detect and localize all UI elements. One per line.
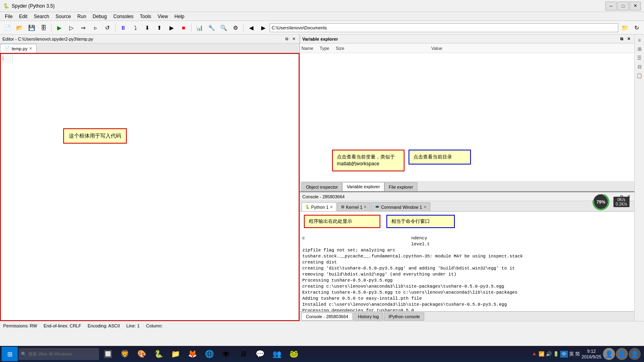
editor-undock[interactable]: ⧉ — [284, 36, 290, 42]
cbtab-console[interactable]: Console - 285803664 — [301, 313, 353, 321]
menu-consoles[interactable]: Consoles — [110, 13, 136, 20]
tab-close-button[interactable]: ✕ — [29, 46, 32, 51]
side-icon-2[interactable]: ⊞ — [636, 45, 644, 53]
tab-file-explorer-label: File explorer — [389, 185, 413, 189]
editor-panel: Editor - C:\Users\lenovo\.spyder2-py3\te… — [0, 35, 300, 321]
refresh-button[interactable]: ↻ — [631, 23, 642, 33]
tab-variable-explorer[interactable]: Variable explorer — [342, 182, 384, 191]
taskbar-app-desktop[interactable]: 🔲 — [100, 347, 116, 361]
re-run-button[interactable]: ↺ — [102, 23, 113, 33]
run-button[interactable]: ▶ — [54, 23, 65, 33]
step-button[interactable]: ⤵ — [130, 23, 141, 33]
tools-btn2[interactable]: 🔧 — [206, 23, 217, 33]
maximize-button[interactable]: □ — [617, 2, 629, 10]
col-name: Name — [301, 46, 313, 51]
avatar-2: 👤 — [616, 348, 628, 360]
step-in-button[interactable]: ⬇ — [142, 23, 153, 33]
taskbar-app-frog[interactable]: 🐸 — [286, 347, 302, 361]
taskbar-app-folder[interactable]: 📁 — [167, 347, 184, 361]
profile-button[interactable]: 📊 — [194, 23, 205, 33]
console-tab-python1[interactable]: 🐍 Python 1 ✕ — [301, 202, 336, 211]
right-panel: Variable explorer ⧉ ✕ Name Type Size Val… — [300, 35, 634, 321]
var-explorer-close[interactable]: ✕ — [625, 36, 632, 42]
variable-explorer-content: 点击查看当前变量，类似于matlab的workspace 点击查看当前目录 — [300, 53, 634, 181]
run-selection[interactable]: ▹ — [90, 23, 101, 33]
menu-help[interactable]: Help — [171, 13, 188, 20]
cmdwin-close[interactable]: ✕ — [423, 205, 427, 209]
run-cell-advance[interactable]: ⇒ — [78, 23, 89, 33]
back-button[interactable]: ◀ — [246, 23, 257, 33]
save-button[interactable]: 💾 — [26, 23, 37, 33]
variable-explorer-header: Variable explorer ⧉ ✕ — [300, 35, 634, 43]
taskbar-search-container: 🔍 — [19, 348, 99, 360]
taskbar-app-lion[interactable]: 🦁 — [117, 347, 133, 361]
col-type: Type — [320, 46, 329, 51]
taskbar-app-paint[interactable]: 🎨 — [134, 347, 150, 361]
taskbar-search-input[interactable] — [19, 348, 99, 360]
editor-tab-temp-py[interactable]: 📄 temp.py ✕ — [0, 44, 37, 53]
taskbar-app-users[interactable]: 👥 — [269, 347, 285, 361]
continue-button[interactable]: ▶ — [166, 23, 177, 33]
code-editor[interactable] — [13, 54, 299, 320]
cbtab-history[interactable]: History log — [353, 313, 383, 321]
console-tab-cmdwin[interactable]: 💻 Command Window 1 ✕ — [371, 202, 430, 211]
forward-button[interactable]: ▶ — [258, 23, 269, 33]
status-column: Column: — [146, 323, 163, 328]
menu-run[interactable]: Run — [74, 13, 89, 20]
console-tab-kernel1[interactable]: ⚙ Kernel 1 ✕ — [337, 202, 370, 211]
menu-tools[interactable]: Tools — [137, 13, 155, 20]
run-cell-button[interactable]: ▷ — [66, 23, 77, 33]
taskbar-app-chat[interactable]: 💬 — [252, 347, 268, 361]
taskbar-avatars: 👤 👤 👤 — [603, 348, 641, 360]
console-line-11: Adding tushare 0.5.0 to easy-install.pth… — [302, 296, 632, 302]
annotation-cmdwin: 相当于命令行窗口 — [386, 215, 455, 228]
settings-btn[interactable]: ⚙ — [230, 23, 241, 33]
editor-close[interactable]: ✕ — [291, 36, 297, 42]
menu-search[interactable]: Search — [31, 13, 52, 20]
start-button[interactable]: ⊞ — [2, 347, 18, 361]
menu-edit[interactable]: Edit — [16, 13, 31, 20]
menu-file[interactable]: File — [2, 13, 16, 20]
step-out-button[interactable]: ⬆ — [154, 23, 165, 33]
side-icon-3[interactable]: ☰ — [636, 54, 644, 62]
side-icon-4[interactable]: ⊟ — [636, 63, 644, 71]
stop-button[interactable]: ■ — [178, 23, 189, 33]
editor-tab-bar: 📄 temp.py ✕ — [0, 43, 299, 53]
minimize-button[interactable]: ─ — [605, 2, 617, 10]
editor-annotation: 这个框体用于写入代码 — [63, 128, 127, 144]
tray-icon-battery: 🔋 — [553, 351, 559, 357]
open-file-button[interactable]: 📂 — [14, 23, 25, 33]
console-tabs: 🐍 Python 1 ✕ ⚙ Kernel 1 ✕ 💻 Command Wind… — [300, 201, 634, 212]
title-bar-left: 🐍 Spyder (Python 3.5) — [3, 3, 55, 9]
taskbar-app-edge[interactable]: 🌐 — [201, 347, 217, 361]
tab-object-inspector[interactable]: Object inspector — [301, 182, 342, 191]
inspector-btn[interactable]: 🔍 — [218, 23, 229, 33]
python1-icon: 🐍 — [305, 205, 310, 209]
python1-close[interactable]: ✕ — [330, 205, 333, 209]
side-icon-5[interactable]: 📋 — [636, 72, 644, 80]
tab-file-explorer[interactable]: File explorer — [384, 182, 418, 191]
kernel1-close[interactable]: ✕ — [363, 205, 367, 209]
taskbar-app-monitor[interactable]: 🖥 — [235, 347, 251, 361]
taskbar-app-spider[interactable]: 🕷 — [218, 347, 234, 361]
save-all-button[interactable]: 🗄 — [38, 23, 49, 33]
var-explorer-undock[interactable]: ⧉ — [619, 36, 625, 42]
taskbar-app-python[interactable]: 🐍 — [151, 347, 167, 361]
toolbar: 📄 📂 💾 🗄 ▶ ▷ ⇒ ▹ ↺ ⏸ ⤵ ⬇ ⬆ ▶ ■ 📊 🔧 🔍 ⚙ ◀ … — [0, 21, 644, 35]
taskbar-app-firefox[interactable]: 🦊 — [184, 347, 200, 361]
browse-button[interactable]: 📁 — [619, 23, 630, 33]
editor-header-buttons: ⧉ ✕ — [284, 36, 297, 42]
menu-view[interactable]: View — [155, 13, 171, 20]
menu-debug[interactable]: Debug — [89, 13, 110, 20]
close-button[interactable]: ✕ — [630, 2, 641, 10]
new-file-button[interactable]: 📄 — [2, 23, 13, 33]
debug-button[interactable]: ⏸ — [118, 23, 129, 33]
system-clock[interactable]: 9:12 2016/9/25 — [582, 348, 601, 360]
cbtab-ipython[interactable]: IPython console — [384, 313, 424, 321]
console-line-8: Processing tushare-0.5.0-py3.5.egg — [302, 278, 632, 284]
editor-content-area[interactable]: 1 这个框体用于写入代码 — [0, 53, 299, 321]
side-icon-1[interactable]: ≡ — [636, 36, 644, 44]
path-input[interactable] — [270, 23, 618, 32]
menu-source[interactable]: Source — [52, 13, 74, 20]
speed-label: 0K/s — [617, 197, 625, 202]
